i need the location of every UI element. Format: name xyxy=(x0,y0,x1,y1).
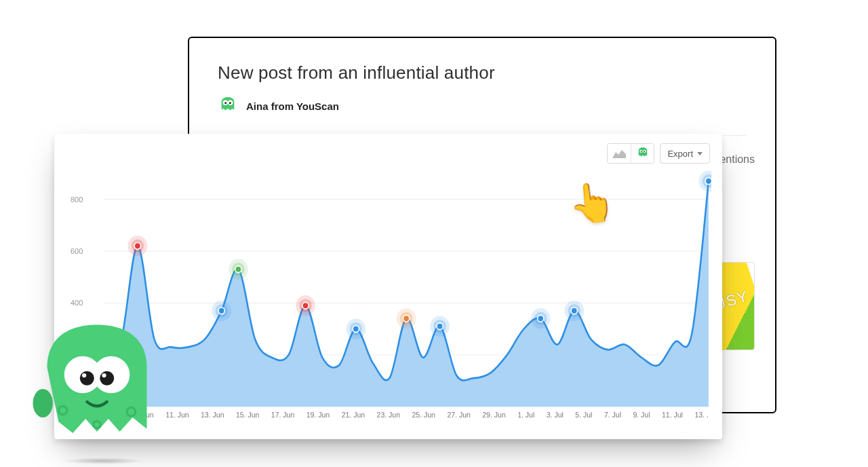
export-label: Export xyxy=(667,149,693,159)
svg-point-38 xyxy=(571,307,577,314)
export-button[interactable]: Export xyxy=(660,143,710,164)
y-tick: 400 xyxy=(71,299,83,307)
author-row: Aina from YouScan xyxy=(218,96,747,116)
aina-avatar-icon xyxy=(218,96,238,116)
y-tick: 600 xyxy=(71,247,83,255)
y-tick: 200 xyxy=(71,351,83,359)
svg-point-35 xyxy=(538,315,544,322)
chevron-down-icon xyxy=(697,152,703,155)
notification-title: New post from an influential author xyxy=(218,62,747,83)
chart-mode-toggle xyxy=(607,143,654,164)
chart-area: 200400600800 7. Jun9. Jun11. Jun13. Jun1… xyxy=(71,170,711,422)
svg-point-29 xyxy=(403,315,409,322)
mascot-shadow xyxy=(62,457,144,464)
svg-point-6 xyxy=(641,151,642,152)
svg-point-41 xyxy=(705,178,711,185)
svg-point-32 xyxy=(437,323,443,330)
svg-point-2 xyxy=(224,102,226,104)
svg-point-23 xyxy=(302,302,309,309)
y-tick: 800 xyxy=(71,195,83,204)
chart-card: Export 200400600800 7. Jun9. Jun11. Jun1… xyxy=(54,134,722,439)
svg-point-14 xyxy=(134,242,140,249)
svg-point-42 xyxy=(33,389,53,417)
author-name: Aina from YouScan xyxy=(246,100,339,112)
svg-point-3 xyxy=(229,102,231,104)
area-mode-button[interactable] xyxy=(608,144,631,163)
svg-point-17 xyxy=(218,307,224,314)
aina-mode-button[interactable] xyxy=(631,144,654,163)
line-chart xyxy=(71,170,711,422)
svg-point-26 xyxy=(353,326,359,333)
svg-point-7 xyxy=(644,151,645,152)
chart-toolbar: Export xyxy=(607,143,710,164)
svg-point-20 xyxy=(235,266,241,273)
